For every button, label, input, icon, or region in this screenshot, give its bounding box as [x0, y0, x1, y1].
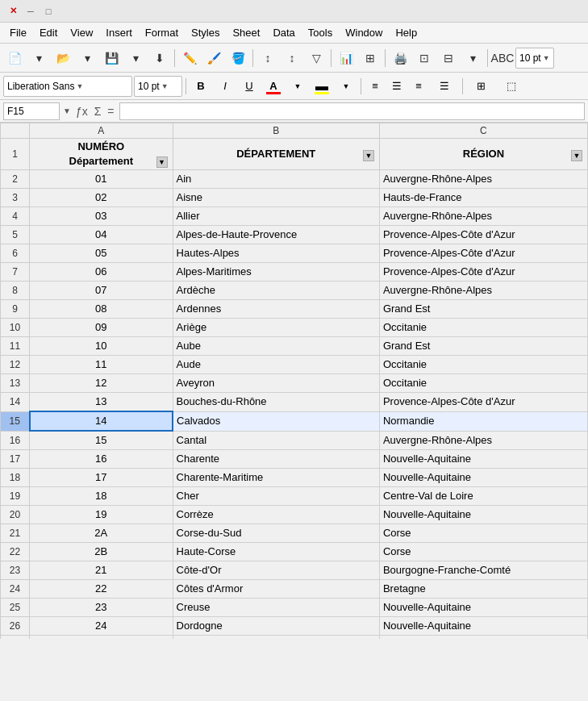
cell-c-3[interactable]: Hauts-de-France	[379, 189, 587, 207]
cell-b-27[interactable]: Doubs	[173, 636, 379, 640]
cell-a-16[interactable]: 15	[30, 431, 173, 450]
page-break-button[interactable]: ⊟	[437, 47, 460, 69]
sort-desc-button[interactable]: ↕	[281, 47, 303, 69]
font-color-dropdown[interactable]: ▼	[286, 76, 309, 97]
print-preview-button[interactable]: ⊡	[413, 47, 436, 69]
cell-a-24[interactable]: 22	[30, 580, 173, 599]
font-name-dropdown[interactable]: Liberation Sans ▼	[3, 76, 132, 97]
menu-window[interactable]: Window	[339, 25, 389, 40]
equals-icon[interactable]: =	[106, 105, 115, 118]
font-size-dropdown[interactable]: 10 pt ▼	[134, 76, 182, 97]
cell-c-17[interactable]: Nouvelle-Aquitaine	[379, 450, 587, 469]
cell-b-26[interactable]: Dordogne	[173, 617, 379, 636]
cell-c-2[interactable]: Auvergne-Rhône-Alpes	[379, 170, 587, 189]
cell-c-13[interactable]: Occitanie	[379, 374, 587, 393]
cell-b-7[interactable]: Alpes-Maritimes	[173, 263, 379, 282]
minimize-button[interactable]: ─	[24, 5, 37, 18]
cell-a-12[interactable]: 11	[30, 356, 173, 374]
cell-c-12[interactable]: Occitanie	[379, 356, 587, 374]
cell-b-11[interactable]: Aube	[173, 337, 379, 356]
cell-c-19[interactable]: Centre-Val de Loire	[379, 487, 587, 506]
cell-c-26[interactable]: Nouvelle-Aquitaine	[379, 617, 587, 636]
cell-a-14[interactable]: 13	[30, 393, 173, 412]
cell-c-9[interactable]: Grand Est	[379, 300, 587, 319]
cell-a-19[interactable]: 18	[30, 487, 173, 506]
cell-c-27[interactable]: Bourgogne-Franche-Comté	[379, 636, 587, 640]
filter-button[interactable]: ▽	[305, 47, 327, 69]
pivot-button[interactable]: ⊞	[359, 47, 382, 69]
header-cell-a[interactable]: NUMÉRODépartement ▼	[30, 139, 173, 170]
cell-a-7[interactable]: 06	[30, 263, 173, 282]
borders-button[interactable]: ⊞	[466, 76, 495, 97]
cell-c-15[interactable]: Normandie	[379, 411, 587, 431]
cell-c-8[interactable]: Auvergne-Rhône-Alpes	[379, 282, 587, 300]
cell-c-5[interactable]: Provence-Alpes-Côte d'Azur	[379, 226, 587, 244]
header-cell-b[interactable]: DÉPARTEMENT ▼	[173, 139, 379, 170]
cell-b-4[interactable]: Allier	[173, 207, 379, 226]
paint-button[interactable]: 🖌️	[202, 47, 225, 69]
formula-input[interactable]	[119, 102, 585, 120]
filter-arrow-b[interactable]: ▼	[363, 150, 374, 161]
filter-arrow-c[interactable]: ▼	[571, 150, 582, 161]
cell-b-8[interactable]: Ardèche	[173, 282, 379, 300]
header-cell-c[interactable]: RÉGION ▼	[379, 139, 587, 170]
menu-tools[interactable]: Tools	[302, 25, 339, 40]
fill-button[interactable]: 🪣	[227, 47, 249, 69]
cell-b-19[interactable]: Cher	[173, 487, 379, 506]
menu-styles[interactable]: Styles	[185, 25, 226, 40]
highlight-color-dropdown[interactable]: ▼	[335, 76, 357, 97]
cell-b-5[interactable]: Alpes-de-Haute-Provence	[173, 226, 379, 244]
download-button[interactable]: ⬇	[148, 47, 171, 69]
cell-a-25[interactable]: 23	[30, 599, 173, 617]
cell-b-10[interactable]: Ariège	[173, 319, 379, 337]
close-button[interactable]: ✕	[6, 5, 19, 18]
filter-arrow-a[interactable]: ▼	[156, 156, 168, 168]
cell-b-18[interactable]: Charente-Maritime	[173, 469, 379, 487]
cell-b-20[interactable]: Corrèze	[173, 506, 379, 524]
cell-b-22[interactable]: Haute-Corse	[173, 543, 379, 561]
italic-button[interactable]: I	[214, 76, 236, 97]
menu-data[interactable]: Data	[266, 25, 301, 40]
chart-button[interactable]: 📊	[335, 47, 357, 69]
cell-ref-arrow[interactable]: ▼	[63, 106, 71, 115]
cell-b-6[interactable]: Hautes-Alpes	[173, 244, 379, 263]
cell-c-18[interactable]: Nouvelle-Aquitaine	[379, 469, 587, 487]
col-header-c[interactable]: C	[379, 123, 587, 139]
col-header-b[interactable]: B	[173, 123, 379, 139]
page-break-dropdown[interactable]: ▾	[461, 47, 484, 69]
bold-button[interactable]: B	[190, 76, 212, 97]
cell-b-13[interactable]: Aveyron	[173, 374, 379, 393]
menu-file[interactable]: File	[3, 25, 33, 40]
cell-c-6[interactable]: Provence-Alpes-Côte d'Azur	[379, 244, 587, 263]
cell-c-14[interactable]: Provence-Alpes-Côte d'Azur	[379, 393, 587, 412]
cell-a-13[interactable]: 12	[30, 374, 173, 393]
save-button[interactable]: 💾	[100, 47, 123, 69]
menu-help[interactable]: Help	[389, 25, 423, 40]
cell-a-11[interactable]: 10	[30, 337, 173, 356]
menu-sheet[interactable]: Sheet	[226, 25, 266, 40]
align-left-button[interactable]: ≡	[365, 76, 386, 97]
menu-insert[interactable]: Insert	[99, 25, 139, 40]
cell-a-17[interactable]: 16	[30, 450, 173, 469]
cell-c-22[interactable]: Corse	[379, 543, 587, 561]
cell-b-3[interactable]: Aisne	[173, 189, 379, 207]
cell-a-20[interactable]: 19	[30, 506, 173, 524]
cell-c-21[interactable]: Corse	[379, 524, 587, 543]
cell-a-22[interactable]: 2B	[30, 543, 173, 561]
open-button[interactable]: 📂	[52, 47, 74, 69]
cell-c-23[interactable]: Bourgogne-Franche-Comté	[379, 561, 587, 580]
font-color-button[interactable]: A	[262, 76, 285, 97]
cell-c-24[interactable]: Bretagne	[379, 580, 587, 599]
cell-ref-input[interactable]	[3, 102, 60, 120]
cell-b-21[interactable]: Corse-du-Sud	[173, 524, 379, 543]
cell-b-14[interactable]: Bouches-du-Rhône	[173, 393, 379, 412]
maximize-button[interactable]: □	[42, 5, 55, 18]
merge-button[interactable]: ⬚	[497, 76, 526, 97]
sort-asc-button[interactable]: ↕	[256, 47, 279, 69]
align-center-button[interactable]: ☰	[386, 76, 407, 97]
cell-a-2[interactable]: 01	[30, 170, 173, 189]
col-header-a[interactable]: A	[30, 123, 173, 139]
cell-b-9[interactable]: Ardennes	[173, 300, 379, 319]
menu-view[interactable]: View	[64, 25, 99, 40]
cell-a-8[interactable]: 07	[30, 282, 173, 300]
